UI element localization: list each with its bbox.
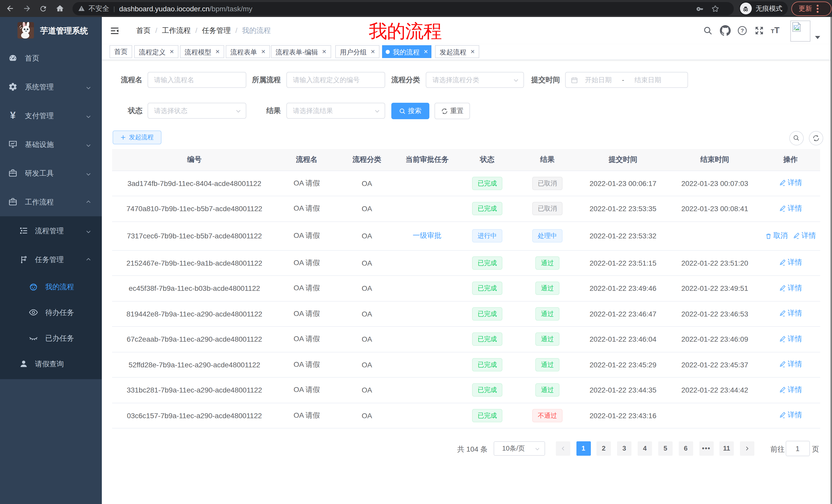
svg-text:T: T bbox=[774, 26, 779, 35]
svg-text:?: ? bbox=[740, 27, 744, 33]
svg-text:T: T bbox=[771, 28, 774, 34]
